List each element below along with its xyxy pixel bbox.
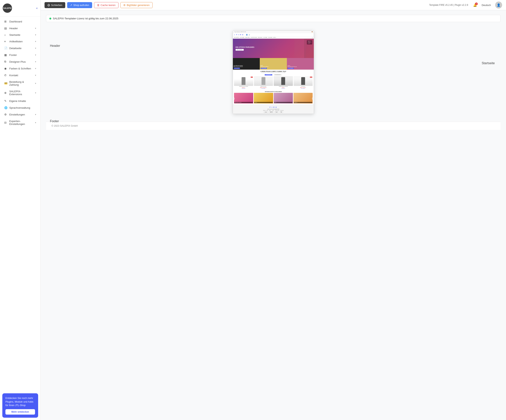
sidebar-item-detailseite[interactable]: 📄 Detailseite ▾ bbox=[1, 45, 39, 52]
product-name-2: Kollektion Dress Room bbox=[254, 86, 273, 87]
copyright-text: © 2023 SALEPIX GmbH bbox=[52, 124, 78, 127]
sidebar-collapse-button[interactable]: « bbox=[36, 6, 38, 10]
settings-icon: ⚙ bbox=[4, 113, 7, 116]
phone-icon: ✆ bbox=[4, 74, 7, 77]
chevron-down-icon: ▾ bbox=[35, 113, 36, 116]
product-link-4[interactable]: mehr erfahren bbox=[294, 88, 313, 89]
shop-aufrufen-button[interactable]: ↗ Shop aufrufen bbox=[67, 2, 92, 8]
sidebar-item-extensions[interactable]: ⊕ SALEPIX-Extensions ▾ bbox=[1, 88, 39, 97]
shorts-label: Shorts bbox=[275, 102, 276, 103]
interesting-categories-title: INTERESSANTE KATEGORIEN bbox=[233, 90, 314, 93]
category-3: Shorts › bbox=[274, 93, 293, 103]
figure-3 bbox=[281, 77, 285, 85]
language-selector[interactable]: Deutsch bbox=[482, 4, 491, 6]
edit-icon: ✎ bbox=[4, 99, 7, 103]
sidebar-item-experten[interactable]: ⊟ Experten-Einstellungen ▾ bbox=[1, 118, 39, 127]
tab-top-angebote[interactable]: TOP ANGEBOTE bbox=[265, 74, 272, 75]
hero-button: Jetzt entdecken bbox=[236, 49, 244, 51]
external-link-icon: ↗ bbox=[70, 4, 72, 6]
payment-mastercard: MASTER bbox=[269, 111, 274, 113]
section-subtitle: Lorem ipsum has been the dummy's standar… bbox=[233, 72, 314, 74]
shop-preview: 7 Tage Testphase | 0049 321 1234 🇩🇪 ➤ F·… bbox=[233, 31, 314, 114]
payment-visa: VISA bbox=[280, 111, 283, 113]
chevron-down-icon: ▾ bbox=[35, 60, 36, 63]
puzzle-icon: ⊕ bbox=[4, 91, 7, 94]
chevron-down-icon: ▾ bbox=[35, 27, 36, 30]
shop-logo: F·I·R·E bbox=[236, 34, 244, 36]
trash-icon: 🗑 bbox=[97, 4, 100, 6]
shop-categories: ‹ Bleib auf dem Laufenden › Festwear › bbox=[233, 93, 314, 105]
license-status-dot bbox=[49, 18, 51, 19]
startseite-label: Startseite bbox=[482, 61, 495, 65]
preview-container: Header Footer Startseite bbox=[46, 27, 501, 122]
home-icon: ⌂ bbox=[4, 33, 7, 36]
sidebar-logo-area: SALEPIX « bbox=[0, 0, 40, 16]
search-icon: 🔍 bbox=[312, 37, 313, 38]
section-title: LOREM IPSUM IS SIMPLY DUMMY TEXT bbox=[233, 70, 314, 72]
chevron-down-icon: ▾ bbox=[35, 122, 36, 124]
product-name-1: 4-teilig Größe S weiter zum kaufen bbox=[234, 86, 253, 87]
chevron-down-icon: ▾ bbox=[35, 82, 36, 85]
list-icon: ≡ bbox=[4, 40, 7, 43]
hero-title: EIN STÜCK PARADIES bbox=[236, 46, 254, 48]
bigslider-button[interactable]: ⚙ BigSlider generieren bbox=[120, 2, 153, 8]
sidebar-item-artikellisten[interactable]: ≡ Artikellisten ▾ bbox=[1, 38, 39, 45]
topbar: ⏻ Schließen ↗ Shop aufrufen 🗑 Cache leer… bbox=[41, 0, 506, 10]
sidebar-item-einstellungen[interactable]: ⚙ Einstellungen ▾ bbox=[1, 111, 39, 118]
notification-badge: 4 bbox=[475, 2, 478, 5]
cache-leeren-button[interactable]: 🗑 Cache leeren bbox=[94, 2, 119, 8]
shop-products: TOP 4-teilig Größe S weiter zum kaufen 3… bbox=[233, 76, 314, 90]
product-1: TOP 4-teilig Größe S weiter zum kaufen 3… bbox=[234, 76, 253, 89]
shop-banner-1: DIE FARBE DER SAISON Bleib auf dem Laufe… bbox=[233, 58, 260, 70]
chevron-down-icon: ▾ bbox=[35, 54, 36, 56]
chevron-down-icon: ▾ bbox=[35, 67, 36, 70]
product-link-3[interactable]: mehr erfahren bbox=[274, 88, 293, 89]
figure-4 bbox=[301, 77, 305, 85]
promo-text: Entdecken Sie noch mehr Plugins, Module … bbox=[5, 396, 35, 407]
sidebar-item-dashboard[interactable]: ⊞ Dashboard bbox=[1, 18, 39, 25]
shop-nav-arrow: ➤ bbox=[234, 34, 235, 35]
shop-category-bar: ACCESSORIES ACTIVEWEAR ARMY WATCH AUTOMO… bbox=[233, 37, 314, 39]
product-link-1[interactable]: mehr erfahren bbox=[234, 88, 253, 89]
shop-topbar: 7 Tage Testphase | 0049 321 1234 🇩🇪 bbox=[233, 31, 314, 33]
notification-bell[interactable]: 🔔 4 bbox=[473, 3, 477, 7]
close-button[interactable]: ⏻ Schließen bbox=[45, 2, 65, 8]
sidebar-item-footer[interactable]: ▦ Footer ▾ bbox=[1, 52, 39, 58]
payment-paypal: PayPal bbox=[274, 111, 279, 113]
product-link-2[interactable]: mehr erfahren bbox=[254, 88, 273, 89]
sidebar-item-eigene[interactable]: ✎ Eigene Inhalte bbox=[1, 98, 39, 104]
product-name-3: Only Blazer Nahtstit Jumpsuit tgfs bbox=[274, 86, 293, 87]
license-text: SALEPIX-Templater-Lizenz ist gültig bis … bbox=[53, 17, 118, 20]
page-footer: © 2023 SALEPIX GmbH bbox=[46, 122, 501, 130]
shop-tabs: TOP ANGEBOTE SONDERANGEBOT bbox=[233, 74, 314, 76]
chevron-down-icon: ▾ bbox=[35, 92, 36, 94]
sidebar-item-designer-plus[interactable]: ⧉ Designer-Plus ▾ bbox=[1, 58, 39, 65]
sidebar-item-sprache[interactable]: 🌐 Sprachverwaltung bbox=[1, 104, 39, 111]
shop-banner-row: DIE FARBE DER SAISON Bleib auf dem Laufe… bbox=[233, 58, 314, 70]
tab-sonderangebot[interactable]: SONDERANGEBOT bbox=[273, 74, 282, 75]
footer-payment-icons: amazon MASTER PayPal VISA bbox=[234, 111, 313, 113]
product-image-1: TOP bbox=[234, 76, 253, 86]
sidebar-item-header[interactable]: ▤ Header ▾ bbox=[1, 25, 39, 32]
sidebar-item-farben[interactable]: ◉ Farben & Schriften ▾ bbox=[1, 65, 39, 72]
product-name-4: Your Body Dress bbox=[294, 86, 313, 87]
shop-hero-banner: EIN STÜCK PARADIES Jetzt entdecken Stuhl… bbox=[233, 39, 314, 58]
sidebar-item-kontakt[interactable]: ✆ Kontakt ▾ bbox=[1, 72, 39, 78]
footer-info-title: GESETZLICHE INFORMATIONEN bbox=[234, 109, 313, 110]
product-badge-4: SALE bbox=[310, 77, 312, 78]
shop-footer: F·I·R·E GESETZLICHE INFORMATIONEN Sicher… bbox=[233, 105, 314, 114]
layers-icon: ⧉ bbox=[4, 60, 7, 63]
user-icon: 👤 bbox=[246, 34, 248, 36]
promo-button[interactable]: Mehr entdecken bbox=[5, 409, 35, 415]
categories-next-button[interactable]: › bbox=[312, 98, 313, 100]
sidebar: SALEPIX « ⊞ Dashboard ▤ Header ▾ ⌂ Start… bbox=[0, 0, 41, 420]
sidebar-item-bestellung[interactable]: 💳 Bestellung & Zahlung ▾ bbox=[1, 79, 39, 88]
product-image-3 bbox=[274, 76, 293, 86]
gear-icon: ⚙ bbox=[123, 4, 126, 6]
cart-icon: 🛒 bbox=[249, 34, 250, 36]
product-2: Kollektion Dress Room 244,30 € 290,00 € … bbox=[254, 76, 273, 89]
shop-footer-logo: F·I·R·E bbox=[234, 106, 313, 108]
user-avatar[interactable]: 👤 bbox=[495, 1, 502, 8]
product-badge-1: TOP bbox=[251, 77, 253, 78]
sidebar-item-startseite[interactable]: ⌂ Startseite ▾ bbox=[1, 32, 39, 38]
